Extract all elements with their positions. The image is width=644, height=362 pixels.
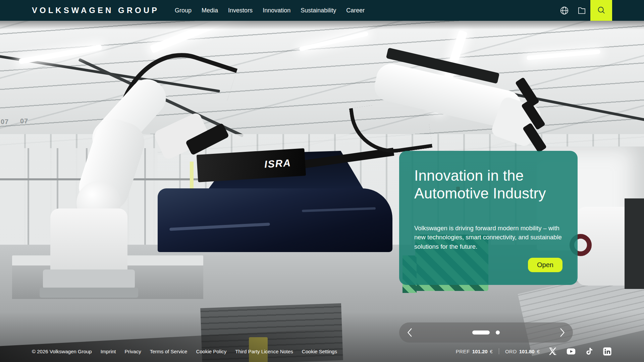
- volkswagen-group-homepage: VOLKSWAGEN GROUP Group Media Investors I…: [0, 0, 644, 362]
- slide-title: Innovation in the Automotive Industry: [414, 167, 562, 202]
- top-navigation-bar: VOLKSWAGEN GROUP Group Media Investors I…: [0, 0, 644, 21]
- nav-item-media[interactable]: Media: [202, 7, 218, 14]
- tiktok-icon: [585, 347, 593, 356]
- nav-actions: [555, 0, 612, 21]
- wall-number-label: 07: [20, 117, 28, 125]
- youtube-social-button[interactable]: [566, 346, 576, 356]
- car-body: [158, 188, 392, 252]
- chevron-right-icon: [559, 328, 565, 337]
- robot-plinth: [43, 269, 135, 289]
- carousel-controls: [399, 322, 573, 343]
- next-slide-button[interactable]: [551, 322, 573, 343]
- stock-pref-label: PREF: [456, 349, 470, 354]
- previous-slide-button[interactable]: [399, 322, 421, 343]
- isra-label: ISRA: [264, 157, 291, 170]
- folder-icon: [577, 6, 586, 15]
- x-icon: [548, 347, 557, 356]
- nav-item-career[interactable]: Career: [346, 7, 365, 14]
- slide-description: Volkswagen is driving forward modern mob…: [414, 224, 562, 251]
- euro-sign: €: [537, 349, 540, 354]
- stock-pref: PREF 101.20 €: [456, 349, 493, 354]
- youtube-icon: [566, 347, 576, 356]
- footer-link-cookie-settings[interactable]: Cookie Settings: [302, 349, 337, 354]
- open-button[interactable]: Open: [528, 258, 562, 272]
- footer-link-privacy[interactable]: Privacy: [125, 349, 141, 354]
- stock-ord-value: 101.80: [519, 349, 535, 354]
- volkswagen-group-logo[interactable]: VOLKSWAGEN GROUP: [32, 6, 159, 15]
- slide-indicator[interactable]: [496, 330, 500, 335]
- tiktok-social-button[interactable]: [584, 346, 594, 356]
- top-vignette: [0, 21, 644, 29]
- linkedin-icon: [602, 347, 612, 356]
- machinery-column: [625, 198, 644, 289]
- downloads-button[interactable]: [573, 0, 590, 21]
- nav-item-sustainability[interactable]: Sustainability: [301, 7, 336, 14]
- euro-sign: €: [490, 349, 493, 354]
- nav-item-investors[interactable]: Investors: [228, 7, 253, 14]
- chevron-left-icon: [407, 328, 413, 337]
- linkedin-social-button[interactable]: [602, 346, 612, 356]
- search-button[interactable]: [590, 0, 612, 21]
- search-icon: [597, 6, 606, 15]
- divider: [499, 348, 499, 354]
- footer-links: © 2026 Volkswagen Group Imprint Privacy …: [32, 349, 337, 354]
- hero-carousel: 07 07: [0, 21, 644, 362]
- wall-number-label: 07: [1, 118, 9, 126]
- language-button[interactable]: [555, 0, 573, 21]
- globe-icon: [560, 6, 569, 15]
- x-social-button[interactable]: [548, 346, 558, 356]
- slide-indicators: [421, 330, 551, 335]
- main-nav: Group Media Investors Innovation Sustain…: [175, 7, 365, 14]
- stock-pref-value: 101.20: [472, 349, 488, 354]
- footer-bar: © 2026 Volkswagen Group Imprint Privacy …: [0, 341, 644, 362]
- footer-link-imprint[interactable]: Imprint: [101, 349, 116, 354]
- robot-plinth: [40, 288, 138, 298]
- footer-link-cookie-policy[interactable]: Cookie Policy: [196, 349, 226, 354]
- footer-link-third-party[interactable]: Third Party Licence Notes: [235, 349, 293, 354]
- footer-right: PREF 101.20 € ORD 101.80 €: [456, 346, 612, 356]
- slide-indicator-active[interactable]: [472, 330, 490, 335]
- footer-link-terms[interactable]: Terms of Service: [150, 349, 187, 354]
- slide-info-card: Innovation in the Automotive Industry Vo…: [399, 151, 578, 285]
- nav-item-innovation[interactable]: Innovation: [263, 7, 290, 14]
- copyright: © 2026 Volkswagen Group: [32, 349, 92, 354]
- stock-ord: ORD 101.80 €: [505, 349, 540, 354]
- nav-item-group[interactable]: Group: [175, 7, 192, 14]
- stock-ord-label: ORD: [505, 349, 517, 354]
